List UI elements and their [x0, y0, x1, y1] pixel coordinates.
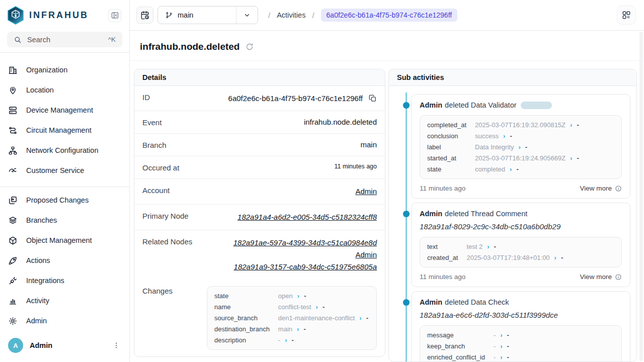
chevron-right-icon: ›: [503, 133, 505, 139]
entry-value: 2025-03-07T16:19:32.090815Z›-: [475, 121, 614, 129]
sidebar-item-circuit-management[interactable]: Circuit Management: [0, 120, 126, 140]
sidebar-group: Proposed ChangesBranchesObject Managemen…: [0, 187, 129, 332]
node-link[interactable]: 182a91ae-597a-4399-34d3-c51ca0984e8d: [233, 237, 377, 249]
entry-suffix: -: [577, 121, 579, 129]
card-title: Admindeleted Thread Comment: [412, 210, 630, 218]
view-more-button[interactable]: View more: [580, 273, 622, 281]
sidebar-item-label: Customer Service: [26, 166, 84, 174]
sidebar-item-proposed-changes[interactable]: Proposed Changes: [0, 190, 126, 210]
detail-row-related-nodes: Related Nodes182a91ae-597a-4399-34d3-c51…: [134, 230, 385, 280]
scrollbar[interactable]: [639, 32, 643, 361]
sidebar-item-label: Network Configuration: [26, 146, 98, 154]
detail-row-account: AccountAdmin: [134, 179, 385, 205]
entry-key: keep_branch: [427, 342, 485, 350]
entry-value-text: completed: [475, 165, 505, 173]
entry-suffix: -: [507, 353, 509, 361]
card-node-id: 182a91aa-e6c6-d2fd-303d-c511f3999dce: [412, 311, 630, 319]
entry-key: created_at: [427, 254, 458, 261]
view-more-button[interactable]: View more: [580, 185, 622, 192]
entry-suffix: -: [292, 336, 294, 344]
components-button[interactable]: [617, 6, 636, 25]
sidebar-item-label: Proposed Changes: [26, 196, 89, 204]
card-action: deleted Data Validator: [445, 101, 516, 109]
entry-value: main›-: [278, 325, 369, 333]
entry-key: label: [427, 143, 466, 151]
entry-key: state: [214, 292, 270, 300]
card-action: deleted Data Check: [445, 298, 509, 306]
sidebar-item-customer-service[interactable]: Customer Service: [0, 160, 126, 180]
refresh-button[interactable]: [245, 42, 254, 51]
branch-selector-value: main: [158, 7, 236, 24]
entry-value-text: -: [494, 353, 496, 361]
node-link[interactable]: Admin: [355, 186, 377, 198]
map-pin-icon: [8, 85, 18, 95]
sidebar-collapse-button[interactable]: [108, 9, 121, 22]
breadcrumb-activities[interactable]: Activities: [277, 11, 305, 19]
user-name: Admin: [30, 341, 106, 349]
entry-key: started_at: [427, 154, 466, 162]
entry-value-text: 2025-03-07T16:19:32.090815Z: [475, 121, 566, 129]
sidebar-item-object-management[interactable]: Object Management: [0, 230, 126, 250]
sidebar-item-branches[interactable]: Branches: [0, 210, 126, 230]
changes-box: stateopen›-nameconflict-test›-source_bra…: [207, 286, 377, 350]
breadcrumb-activity-id[interactable]: 6a0f2e6c-b61a-4f75-b974-c76c1e1296ff: [321, 9, 458, 22]
rocket-icon: [8, 256, 18, 265]
detail-value-with-copy: 6a0f2e6c-b61a-4f75-b974-c76c1e1296ff: [228, 93, 377, 104]
entry-key: conclusion: [427, 132, 466, 140]
components-icon: [621, 10, 631, 20]
entry-value-text: success: [475, 132, 499, 140]
server-icon: [8, 106, 18, 115]
branch-selector-caret[interactable]: [236, 7, 258, 24]
sub-activity-card: Admindeleted Data Check182a91aa-e6c6-d2f…: [411, 291, 630, 361]
sidebar-item-organization[interactable]: Organization: [0, 60, 126, 80]
search-input[interactable]: Search ^K: [7, 32, 122, 47]
card-actor: Admin: [420, 101, 442, 109]
sidebar-item-location[interactable]: Location: [0, 80, 126, 100]
sidebar-item-admin[interactable]: Admin: [0, 311, 126, 331]
detail-row-branch: Branchmain: [134, 134, 385, 156]
date-picker-button[interactable]: [136, 7, 153, 24]
entry-value-text: Data Integrity: [475, 143, 514, 151]
detail-label: Event: [142, 118, 162, 127]
node-link[interactable]: Admin: [233, 249, 377, 261]
entry-suffix: -: [561, 254, 563, 261]
sub-activities-panel: Sub activities Admindeleted Data Validat…: [388, 69, 637, 362]
detail-value: infrahub.node.deleted: [304, 118, 377, 126]
entry-value-text: open: [278, 292, 293, 300]
node-link[interactable]: 182a91a9-3157-cab9-34dc-c51975e6805a: [233, 261, 377, 273]
content: Details ID6a0f2e6c-b61a-4f75-b974-c76c1e…: [130, 61, 644, 362]
sub-activity-item: Admindeleted Data Validatorcompleted_at2…: [389, 94, 630, 199]
sidebar-item-integrations[interactable]: Integrations: [0, 270, 126, 291]
sidebar-item-activity[interactable]: Activity: [0, 291, 126, 311]
user-menu-button[interactable]: [112, 341, 120, 349]
sidebar-item-device-management[interactable]: Device Management: [0, 100, 126, 120]
sidebar-item-network-configuration[interactable]: Network Configuration: [0, 140, 126, 160]
infrahub-logo-icon: [7, 6, 24, 25]
detail-row-changes: Changes stateopen›-nameconflict-test›-so…: [134, 280, 385, 356]
detail-label: Changes: [142, 286, 173, 295]
info-icon: [615, 274, 622, 281]
sub-activities-header: Sub activities: [389, 69, 636, 86]
entry-value-text: den1-maintenance-conflict: [278, 314, 355, 322]
sidebar-item-label: Object Management: [26, 236, 92, 244]
view-more-label: View more: [580, 273, 612, 281]
entry-suffix: -: [366, 314, 368, 322]
details-header: Details: [134, 69, 385, 86]
entry-value-text: -: [494, 331, 496, 339]
sidebar-item-label: Device Management: [26, 106, 93, 114]
node-link[interactable]: 182a91a4-a6d2-e005-34d5-c5182324cff8: [237, 211, 377, 223]
chevron-right-icon: ›: [554, 254, 556, 261]
entry-value: -›-: [278, 336, 369, 344]
sidebar-item-actions[interactable]: Actions: [0, 250, 126, 270]
detail-label: Primary Node: [142, 211, 189, 220]
copy-icon[interactable]: [368, 94, 377, 103]
avatar[interactable]: A: [8, 338, 23, 353]
card-title: Admindeleted Data Validator: [412, 101, 630, 109]
page-title: infrahub.node.deleted: [140, 41, 239, 52]
chevron-right-icon: ›: [500, 354, 502, 360]
page-header: infrahub.node.deleted: [130, 31, 644, 61]
breadcrumb-separator: /: [268, 11, 270, 20]
branch-selector[interactable]: main: [157, 6, 258, 24]
sidebar-item-label: Actions: [26, 256, 50, 264]
branch-label: main: [178, 11, 193, 19]
